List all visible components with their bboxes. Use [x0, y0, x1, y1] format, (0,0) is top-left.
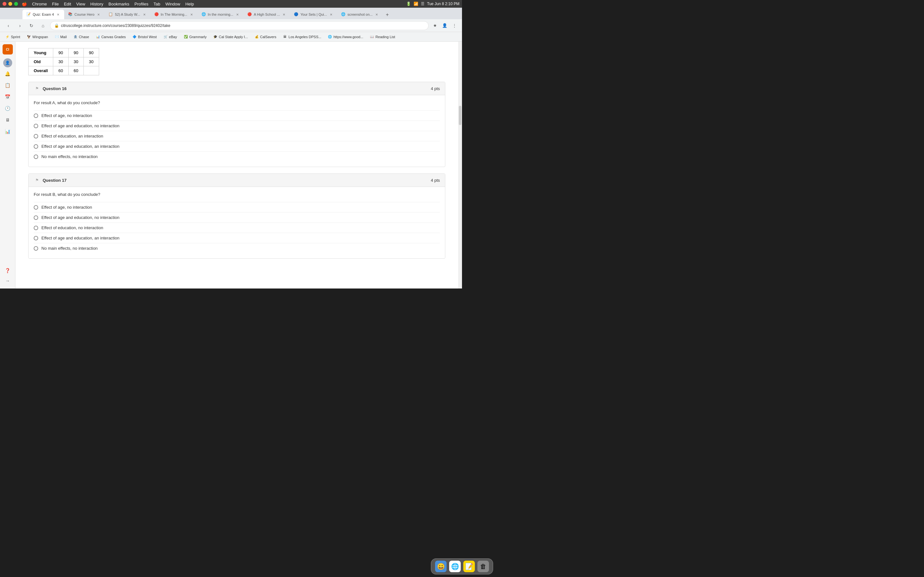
- q16-radio-3[interactable]: [34, 134, 38, 139]
- question-17-prompt: For result B, what do you conclude?: [34, 192, 440, 197]
- bookmark-label-dpss: Los Angeles DPSS...: [288, 35, 321, 39]
- battery-icon: 🔋: [406, 2, 411, 6]
- sidebar-notifications-icon[interactable]: 🔔: [3, 69, 13, 79]
- chase-icon: 🏦: [73, 35, 78, 39]
- bookmark-good[interactable]: 🌐 https://www.good...: [325, 34, 366, 40]
- back-button[interactable]: ‹: [4, 21, 13, 30]
- menu-apple[interactable]: 🍎: [22, 2, 27, 6]
- calsavers-icon: 💰: [254, 35, 259, 39]
- q16-option-4: Effect of age and education, an interact…: [34, 141, 440, 151]
- sidebar-grades-icon[interactable]: 📊: [3, 126, 13, 137]
- reload-button[interactable]: ↻: [27, 21, 36, 30]
- q16-radio-1[interactable]: [34, 113, 38, 118]
- tab-morning1[interactable]: 🔴 In The Morning... ✕: [150, 10, 198, 19]
- bookmark-ebay[interactable]: 🛒 eBay: [161, 34, 180, 40]
- sidebar-dashboard-icon[interactable]: 🖥: [3, 115, 13, 125]
- menu-history[interactable]: History: [90, 2, 103, 6]
- bookmark-dpss[interactable]: 🏛 Los Angeles DPSS...: [280, 34, 324, 40]
- tab-close-7[interactable]: ✕: [375, 12, 379, 17]
- q17-radio-3[interactable]: [34, 226, 38, 230]
- tab-morning2[interactable]: 🌐 In the morning... ✕: [198, 10, 244, 19]
- sidebar-collapse-icon[interactable]: →: [3, 276, 13, 286]
- maximize-window-button[interactable]: [14, 2, 18, 6]
- sidebar-assignments-icon[interactable]: 📋: [3, 80, 13, 90]
- tab-close-5[interactable]: ✕: [282, 12, 286, 17]
- tab-highschool[interactable]: 🔴 A High School ... ✕: [244, 10, 290, 19]
- tab-close-4[interactable]: ✕: [235, 12, 240, 17]
- grammarly-icon: ✅: [184, 35, 188, 39]
- menu-bookmarks[interactable]: Bookmarks: [108, 2, 129, 6]
- reading-list-icon: 📖: [370, 35, 374, 39]
- tab-study[interactable]: 📋 52) A Study W... ✕: [105, 10, 150, 19]
- tab-quiz-exam4[interactable]: 📝 Quiz: Exam 4 ✕: [23, 10, 64, 19]
- q16-option-3-label: Effect of education, an interaction: [41, 134, 103, 139]
- tab-course-hero[interactable]: 📚 Course Hero ✕: [64, 10, 105, 19]
- bookmark-sprint[interactable]: ⚡ Sprint: [3, 34, 23, 40]
- menu-file[interactable]: File: [52, 2, 59, 6]
- row-label-young: Young: [29, 48, 53, 57]
- tab-favicon-0: 📝: [26, 12, 31, 17]
- cell-young-c2: 90: [68, 48, 83, 57]
- sidebar-calendar-icon[interactable]: 📅: [3, 92, 13, 102]
- user-profile-icon[interactable]: 👤: [441, 22, 449, 29]
- datetime-display: Tue Jun 8 2:10 PM: [427, 2, 459, 6]
- bookmark-chase[interactable]: 🏦 Chase: [71, 34, 92, 40]
- minimize-window-button[interactable]: [8, 2, 12, 6]
- tab-close-3[interactable]: ✕: [189, 12, 194, 17]
- tab-yoursets[interactable]: 🔵 Your Sets | Qui... ✕: [290, 10, 337, 19]
- forward-button[interactable]: ›: [15, 21, 24, 30]
- q17-radio-2[interactable]: [34, 215, 38, 220]
- menu-help[interactable]: Help: [186, 2, 194, 6]
- menu-chrome[interactable]: Chrome: [32, 2, 47, 6]
- menu-profiles[interactable]: Profiles: [134, 2, 148, 6]
- question-16-flag-icon[interactable]: ⚑: [34, 85, 40, 92]
- bookmark-calstate[interactable]: 🎓 Cal State Apply I...: [210, 34, 250, 40]
- q16-radio-4[interactable]: [34, 144, 38, 149]
- bookmark-label-wingspan: Wingspan: [32, 35, 48, 39]
- bookmark-calsavers[interactable]: 💰 CalSavers: [252, 34, 279, 40]
- cell-old-c1: 30: [53, 57, 68, 66]
- menu-view[interactable]: View: [76, 2, 86, 6]
- scrollbar-thumb[interactable]: [459, 106, 461, 125]
- q16-radio-2[interactable]: [34, 124, 38, 128]
- menu-tab[interactable]: Tab: [153, 2, 160, 6]
- new-tab-button[interactable]: +: [383, 10, 392, 19]
- bookmark-star-icon[interactable]: ★: [431, 22, 439, 29]
- q17-radio-1[interactable]: [34, 205, 38, 210]
- bookmark-mail[interactable]: ✉️ Mail: [52, 34, 69, 40]
- canvas-icon: 📊: [95, 35, 100, 39]
- q17-radio-5[interactable]: [34, 246, 38, 251]
- bookmark-label-bristol: Bristol West: [138, 35, 157, 39]
- url-bar[interactable]: 🔒 citruscollege.instructure.com/courses/…: [50, 21, 429, 30]
- home-button[interactable]: ⌂: [39, 21, 47, 30]
- bookmark-canvas[interactable]: 📊 Canvas Grades: [93, 34, 128, 40]
- tab-close-2[interactable]: ✕: [142, 12, 147, 17]
- ebay-icon: 🛒: [163, 35, 168, 39]
- q17-radio-4[interactable]: [34, 236, 38, 240]
- menu-edit[interactable]: Edit: [64, 2, 71, 6]
- close-window-button[interactable]: [3, 2, 6, 6]
- tab-label-3: In The Morning...: [161, 13, 187, 16]
- address-bar: ‹ › ↻ ⌂ 🔒 citruscollege.instructure.com/…: [0, 19, 462, 32]
- bookmark-reading-list[interactable]: 📖 Reading List: [367, 34, 397, 40]
- calstate-icon: 🎓: [213, 35, 218, 39]
- q16-radio-5[interactable]: [34, 155, 38, 159]
- menu-dots-icon[interactable]: ⋮: [451, 22, 458, 29]
- bookmark-bristol[interactable]: 🔷 Bristol West: [129, 34, 159, 40]
- user-avatar[interactable]: 👤: [3, 58, 12, 67]
- tab-favicon-4: 🌐: [202, 12, 206, 17]
- scrollbar[interactable]: [458, 42, 462, 288]
- tab-close-6[interactable]: ✕: [329, 12, 333, 17]
- tab-close-0[interactable]: ✕: [56, 12, 60, 17]
- menu-window[interactable]: Window: [165, 2, 180, 6]
- table-row-overall: Overall 60 60: [29, 66, 99, 75]
- q16-option-5-label: No main effects, no interaction: [41, 154, 97, 159]
- tab-screenshot[interactable]: 🌐 screenshot on... ✕: [337, 10, 383, 19]
- bookmark-wingspan[interactable]: 🦅 Wingspan: [24, 34, 51, 40]
- sidebar-help-icon[interactable]: ❓: [3, 266, 13, 276]
- tab-close-1[interactable]: ✕: [96, 12, 101, 17]
- question-17-flag-icon[interactable]: ⚑: [34, 177, 40, 183]
- bookmark-grammarly[interactable]: ✅ Grammarly: [181, 34, 209, 40]
- bookmark-label-chase: Chase: [79, 35, 89, 39]
- sidebar-history-icon[interactable]: 🕐: [3, 103, 13, 113]
